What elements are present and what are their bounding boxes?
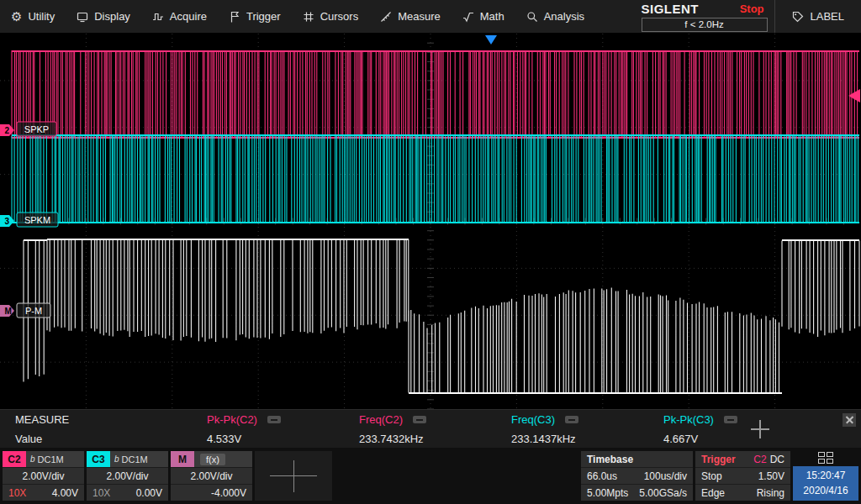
measure-col-pkpk-c3: Pk-Pk(C3) — [650, 413, 802, 426]
remove-measure-icon[interactable] — [413, 416, 426, 423]
trigger-level: 1.50V — [758, 470, 784, 482]
crosshair-plus-icon — [270, 460, 317, 492]
math-channel-marker[interactable]: M — [0, 305, 14, 317]
measure-header-row: MEASURE Pk-Pk(C2) Freq(C2) Freq(C3) Pk-P… — [0, 410, 861, 429]
analysis-icon — [526, 11, 538, 23]
label-button-text: LABEL — [811, 10, 844, 23]
svg-text:SPKM: SPKM — [24, 215, 50, 225]
display-icon — [77, 11, 88, 23]
menu-item-display[interactable]: Display — [66, 0, 141, 33]
remove-measure-icon[interactable] — [565, 416, 578, 423]
measure-icon — [380, 11, 392, 23]
math-badge: M — [171, 451, 194, 467]
math-channel-box[interactable]: M f(x) 2.00V/div -4.000V — [171, 451, 252, 501]
svg-text:SPKP: SPKP — [24, 124, 49, 134]
measure-value-freq-c2: 233.7432kHz — [359, 433, 424, 445]
remove-measure-icon[interactable] — [724, 416, 737, 423]
trigger-position-marker[interactable] — [485, 35, 497, 45]
menu-item-measure[interactable]: Measure — [369, 0, 452, 33]
timebase-scale: 100us/div — [644, 470, 687, 482]
trigger-coupling: DC — [770, 454, 784, 465]
c2-trace-label: SPKP — [17, 122, 56, 136]
timebase-delay: 66.0us — [587, 470, 617, 482]
menu-item-acquire[interactable]: Acquire — [141, 0, 218, 33]
close-measure-icon[interactable] — [843, 413, 856, 427]
menu-item-analysis-label: Analysis — [544, 10, 584, 23]
menu-item-utility[interactable]: ⚙ Utility — [0, 0, 66, 33]
c2-marker-number: 2 — [5, 126, 10, 135]
trigger-status: Stop — [701, 470, 722, 482]
c2-probe-attenuation: 10X — [8, 487, 26, 499]
menu-item-analysis[interactable]: Analysis — [515, 0, 595, 33]
siglent-logo: SIGLENT — [642, 2, 700, 16]
measure-panel: MEASURE Pk-Pk(C2) Freq(C2) Freq(C3) Pk-P… — [0, 409, 861, 448]
c3-probe-attenuation: 10X — [92, 487, 110, 499]
math-offset-value: -4.000V — [211, 487, 246, 499]
measure-label-pkpk-c3: Pk-Pk(C3) — [663, 413, 714, 426]
trigger-box[interactable]: Trigger C2 DC Stop 1.50V Edge Rising — [695, 451, 790, 501]
timebase-title: Timebase — [587, 454, 633, 465]
measure-label-freq-c2: Freq(C2) — [359, 413, 403, 426]
c3-badge: C3 — [87, 451, 110, 467]
math-function-chip: f(x) — [200, 454, 225, 465]
date-value: 2020/4/16 — [803, 484, 848, 498]
label-tag-icon — [792, 11, 804, 23]
menu-item-trigger[interactable]: Trigger — [218, 0, 292, 33]
network-icon — [818, 452, 833, 464]
time-value: 15:20:47 — [806, 469, 846, 483]
measure-col-pkpk-c2: Pk-Pk(C2) — [193, 413, 346, 426]
trigger-flag-icon — [229, 11, 240, 23]
c3-bandwidth-indicator: b — [114, 454, 119, 464]
menu-item-math-label: Math — [480, 10, 504, 23]
math-icon — [462, 11, 474, 23]
channel-box-c2[interactable]: C2 b DC1M 2.00V/div 10X 4.00V — [3, 451, 84, 501]
remove-measure-icon[interactable] — [267, 416, 281, 423]
measure-label-freq-c3: Freq(C3) — [511, 413, 555, 426]
menu-item-trigger-label: Trigger — [246, 10, 281, 23]
math-marker-letter: M — [5, 307, 12, 316]
svg-text:P-M: P-M — [25, 306, 42, 316]
clock: 15:20:47 2020/4/16 — [793, 466, 858, 501]
oscilloscope-screen: ⚙ Utility Display Acquire Trigger Cursor… — [0, 0, 861, 504]
menu-item-measure-label: Measure — [398, 10, 441, 23]
c2-offset-value: 4.00V — [52, 487, 78, 499]
label-button[interactable]: LABEL — [774, 0, 861, 33]
add-measure-icon[interactable] — [751, 420, 769, 438]
c3-coupling-label: DC1M — [122, 454, 148, 465]
trigger-source: C2 — [753, 454, 766, 465]
brand-block: SIGLENT Stop f < 2.0Hz — [638, 0, 774, 33]
menu-item-math[interactable]: Math — [452, 0, 515, 33]
c2-bandwidth-indicator: b — [30, 454, 35, 464]
system-status: 15:20:47 2020/4/16 — [793, 451, 858, 501]
trigger-slope: Rising — [757, 487, 784, 499]
math-scale-value: 2.00V/div — [190, 470, 232, 482]
measure-value-pkpk-c3: 4.667V — [663, 433, 698, 445]
measure-value-label: Value — [15, 433, 42, 445]
measure-value-row: Value 4.533V 233.7432kHz 233.1437kHz 4.6… — [0, 429, 861, 449]
add-channel-slot[interactable] — [255, 451, 332, 501]
c3-trace-label: SPKM — [17, 213, 58, 227]
measure-title: MEASURE — [15, 413, 69, 426]
c3-scale-value: 2.00V/div — [106, 470, 148, 482]
measure-value-pkpk-c2: 4.533V — [207, 433, 241, 445]
measure-label-pkpk-c2: Pk-Pk(C2) — [207, 413, 257, 426]
menu-item-cursors[interactable]: Cursors — [292, 0, 370, 33]
waveform-display: 2 3 M SPKP SPKM P-M — [0, 34, 861, 409]
c2-scale-value: 2.00V/div — [22, 470, 64, 482]
measure-value-freq-c3: 233.1437kHz — [511, 433, 576, 445]
timebase-box[interactable]: Timebase 66.0us 100us/div 5.00Mpts 5.00G… — [581, 451, 693, 501]
cursors-icon — [303, 11, 314, 23]
sample-rate: 5.00GSa/s — [639, 487, 687, 499]
channel-box-c3[interactable]: C3 b DC1M 2.00V/div 10X 0.00V — [87, 451, 168, 501]
trigger-mode: Edge — [701, 487, 725, 499]
trigger-title: Trigger — [701, 454, 736, 465]
c3-offset-value: 0.00V — [136, 487, 162, 499]
gear-icon: ⚙ — [11, 11, 22, 23]
menu-item-acquire-label: Acquire — [170, 10, 207, 23]
menu-item-utility-label: Utility — [28, 10, 55, 23]
menu-item-cursors-label: Cursors — [320, 10, 359, 23]
c2-coupling-label: DC1M — [38, 454, 64, 465]
acquisition-status-badge[interactable]: Stop — [740, 3, 768, 15]
c2-badge: C2 — [3, 451, 26, 467]
math-trace-label: P-M — [17, 303, 50, 318]
